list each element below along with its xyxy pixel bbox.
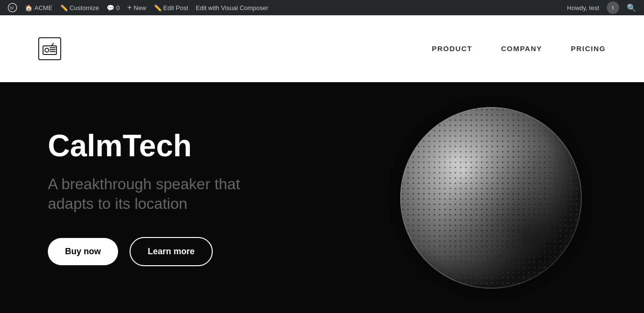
edit-visual-composer-button[interactable]: Edit with Visual Composer — [192, 0, 273, 15]
hero-subtitle: A breakthrough speaker that adapts to it… — [48, 174, 277, 214]
hero-title: CalmTech — [48, 129, 277, 162]
new-content-button[interactable]: + New — [123, 0, 150, 15]
hero-content: CalmTech A breakthrough speaker that ada… — [48, 129, 277, 266]
speaker-sphere — [400, 107, 582, 289]
nav-product[interactable]: PRODUCT — [432, 44, 472, 53]
hero-buttons: Buy now Learn more — [48, 237, 277, 266]
site-name-button[interactable]: 🏠 ACME — [21, 0, 56, 15]
edit-post-button[interactable]: ✏️ Edit Post — [150, 0, 192, 15]
nav-pricing[interactable]: PRICING — [571, 44, 606, 53]
customize-label: Customize — [70, 4, 99, 11]
search-icon: 🔍 — [627, 4, 636, 12]
svg-text:W: W — [10, 5, 14, 11]
edit-post-label: Edit Post — [164, 4, 188, 11]
customize-button[interactable]: ✏️ Customize — [56, 0, 103, 15]
comments-button[interactable]: 💬 0 — [103, 0, 123, 15]
speaker-grid-svg — [400, 107, 582, 289]
admin-bar-right: Howdy, test t 🔍 — [563, 1, 640, 14]
new-label: New — [134, 4, 146, 11]
howdy-label: Howdy, test — [563, 4, 603, 11]
user-avatar-button[interactable]: t — [603, 1, 623, 14]
home-icon: 🏠 — [25, 4, 33, 11]
site-nav: PRODUCT COMPANY PRICING — [432, 44, 606, 53]
hero-section: CalmTech A breakthrough speaker that ada… — [0, 82, 644, 313]
edit-post-icon: ✏️ — [154, 4, 162, 11]
buy-now-button[interactable]: Buy now — [48, 238, 118, 265]
site-header: PRODUCT COMPANY PRICING — [0, 15, 644, 82]
logo-icon — [38, 37, 61, 60]
comments-count: 0 — [116, 4, 120, 11]
avatar: t — [607, 1, 619, 14]
admin-bar: W 🏠 ACME ✏️ Customize 💬 0 + New ✏️ Edit … — [0, 0, 644, 15]
svg-point-3 — [45, 48, 49, 52]
speaker-image — [400, 107, 582, 289]
edit-vc-label: Edit with Visual Composer — [196, 4, 269, 11]
site-name-label: ACME — [34, 4, 53, 11]
learn-more-button[interactable]: Learn more — [130, 237, 213, 266]
admin-search-button[interactable]: 🔍 — [623, 3, 640, 12]
nav-company[interactable]: COMPANY — [501, 44, 542, 53]
wordpress-icon: W — [8, 3, 17, 12]
radio-logo-svg — [42, 42, 57, 55]
customize-icon: ✏️ — [60, 4, 68, 11]
site-logo[interactable] — [38, 37, 61, 60]
svg-point-13 — [401, 108, 581, 288]
wp-logo-button[interactable]: W — [4, 0, 21, 15]
plus-icon: + — [127, 3, 131, 12]
comments-icon: 💬 — [107, 4, 114, 11]
